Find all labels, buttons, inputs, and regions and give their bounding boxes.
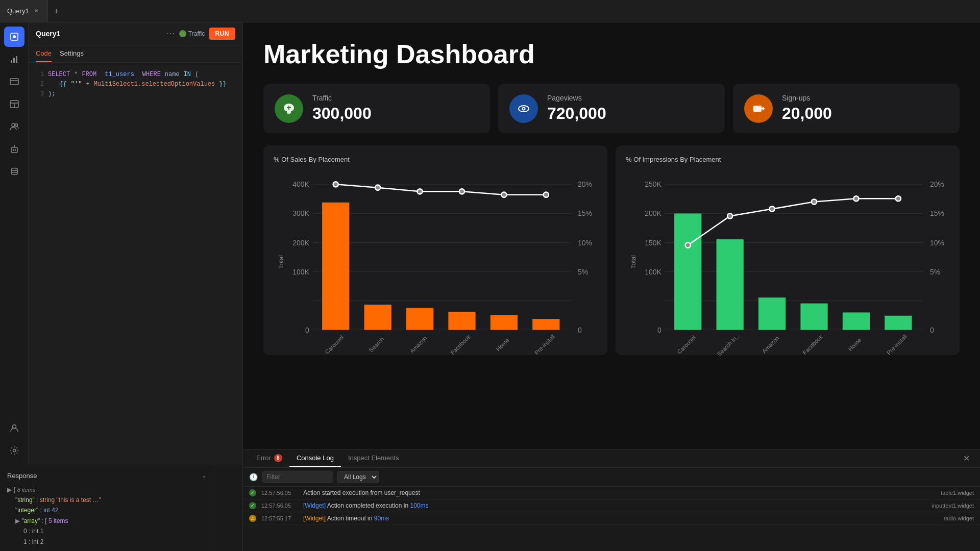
sidebar-item-robot[interactable] <box>4 139 24 159</box>
inspect-elements-tab-label: Inspect Elements <box>348 454 399 462</box>
log-widget-2: radio.widget <box>913 515 974 521</box>
signups-text: Sign-ups 20,000 <box>782 94 832 123</box>
svg-point-48 <box>417 189 422 194</box>
log-level-select[interactable]: All Logs <box>337 471 379 483</box>
bottom-close-button[interactable]: ✕ <box>959 449 974 467</box>
svg-text:Total: Total <box>630 255 637 269</box>
run-button[interactable]: RUN <box>209 28 236 40</box>
query-datasource: 🌿 Traffic <box>179 30 205 37</box>
chart-sales-svg: 400K 300K 200K 100K 0 20% 15% 10% 5% 0 <box>274 171 597 365</box>
svg-text:0: 0 <box>657 326 662 334</box>
svg-rect-80 <box>885 316 912 330</box>
svg-text:Home: Home <box>847 337 863 353</box>
svg-text:Facebook: Facebook <box>801 333 824 356</box>
svg-point-51 <box>544 192 549 197</box>
chart-card-sales: % Of Sales By Placement 400K <box>263 145 607 355</box>
console-panel: 🕐 All Logs ✓ 12:57:56.05 Action started … <box>243 468 980 551</box>
error-tab[interactable]: Error 8 <box>249 450 289 467</box>
svg-text:200K: 200K <box>645 209 662 217</box>
svg-point-16 <box>14 145 15 146</box>
query-header: Query1 ··· 🌿 Traffic RUN <box>29 22 242 45</box>
log-entry-1: ✓ 12:57:56.05 [Widget] Action completed … <box>243 499 980 512</box>
chart-panels: % Of Sales By Placement 400K <box>263 145 960 355</box>
console-log-tab-label: Console Log <box>297 454 334 462</box>
sidebar-item-user[interactable] <box>4 418 24 438</box>
log-success-icon-0: ✓ <box>249 489 256 496</box>
svg-text:Carousel: Carousel <box>324 334 345 355</box>
log-widget-0: table1.widget <box>913 490 974 496</box>
tab-label: Query1 <box>7 7 29 15</box>
metric-cards: Traffic 300,000 Pageviews 720,0 <box>263 84 960 133</box>
svg-text:400K: 400K <box>292 180 309 188</box>
query-title: Query1 <box>36 30 162 38</box>
svg-text:0: 0 <box>578 326 582 334</box>
sidebar-item-chart[interactable] <box>4 49 24 69</box>
chart-title-impressions: % Of Impressions By Placement <box>626 156 949 163</box>
svg-text:150K: 150K <box>645 239 662 247</box>
svg-text:Search: Search <box>368 336 385 354</box>
inspect-elements-tab[interactable]: Inspect Elements <box>341 450 406 467</box>
svg-point-11 <box>15 124 17 127</box>
svg-point-84 <box>812 199 817 205</box>
response-chevron-icon[interactable]: ⌄ <box>202 472 207 479</box>
svg-point-19 <box>13 449 15 452</box>
sidebar-item-settings[interactable] <box>4 440 24 461</box>
sidebar-item-database[interactable] <box>4 161 24 182</box>
sidebar <box>0 22 29 465</box>
left-top: Query1 ··· 🌿 Traffic RUN Code Settings 1… <box>0 22 242 465</box>
left-panel: Query1 ··· 🌿 Traffic RUN Code Settings 1… <box>29 22 243 465</box>
metric-card-pageviews: Pageviews 720,000 <box>498 84 725 133</box>
svg-point-86 <box>896 196 901 201</box>
code-line-2: 2 {{ "'" + MultiSelect1.selectedOptionVa… <box>36 80 235 89</box>
svg-rect-40 <box>322 203 349 330</box>
code-line-1: 1 SELECT * FROM t1_users WHERE name IN ( <box>36 70 235 80</box>
add-tab-button[interactable]: + <box>48 0 65 22</box>
editor-tabs: Code Settings <box>29 45 242 63</box>
svg-rect-41 <box>364 305 391 330</box>
bottom-console: Error 8 Console Log Inspect Elements ✕ 🕐… <box>243 449 980 551</box>
svg-text:Facebook: Facebook <box>449 333 472 356</box>
query-tab[interactable]: Query1 ✕ <box>0 0 48 22</box>
chart-sales-container: 400K 300K 200K 100K 0 20% 15% 10% 5% 0 <box>274 171 597 345</box>
svg-point-1 <box>13 35 16 38</box>
svg-text:200K: 200K <box>292 239 309 247</box>
json-string-line: "string" : string "this is a test …" <box>15 495 207 505</box>
svg-rect-2 <box>11 60 12 63</box>
svg-rect-42 <box>406 308 433 330</box>
svg-point-46 <box>333 182 338 187</box>
code-tab[interactable]: Code <box>36 45 52 62</box>
svg-rect-5 <box>10 79 18 85</box>
sidebar-item-table[interactable] <box>4 94 24 114</box>
console-filter-bar: 🕐 All Logs <box>243 468 980 487</box>
svg-text:Pre-install: Pre-install <box>886 333 908 356</box>
metric-card-signups: Sign-ups 20,000 <box>733 84 960 133</box>
sidebar-item-users[interactable] <box>4 116 24 137</box>
json-array-line: ▶ "array" : [ 5 items <box>15 516 207 526</box>
svg-rect-23 <box>753 106 762 112</box>
json-integer-line: "integer" : int 42 <box>15 505 207 515</box>
left-side: Query1 ··· 🌿 Traffic RUN Code Settings 1… <box>0 22 243 551</box>
signups-icon <box>744 94 773 123</box>
console-log-tab[interactable]: Console Log <box>289 450 341 467</box>
svg-point-85 <box>853 196 859 201</box>
svg-rect-78 <box>800 304 827 330</box>
log-warning-icon-2: ⚠ <box>249 515 256 522</box>
svg-text:15%: 15% <box>930 209 944 217</box>
pageviews-icon <box>509 94 538 123</box>
sidebar-item-home[interactable] <box>4 27 24 47</box>
svg-text:Amazon: Amazon <box>761 335 780 354</box>
traffic-value: 300,000 <box>312 104 372 123</box>
query-more-button[interactable]: ··· <box>166 29 175 38</box>
sidebar-item-card[interactable] <box>4 71 24 92</box>
datasource-label: Traffic <box>188 30 205 37</box>
svg-text:Total: Total <box>278 255 285 269</box>
tab-close-button[interactable]: ✕ <box>32 7 40 15</box>
settings-tab[interactable]: Settings <box>60 45 84 62</box>
svg-text:Search In...: Search In... <box>716 332 741 358</box>
svg-text:10%: 10% <box>930 239 944 247</box>
code-editor: 1 SELECT * FROM t1_users WHERE name IN ( <box>29 63 242 465</box>
log-time-2: 12:57:55.17 <box>261 515 298 521</box>
svg-point-49 <box>459 189 464 194</box>
svg-point-14 <box>14 149 16 151</box>
filter-input[interactable] <box>262 471 333 483</box>
